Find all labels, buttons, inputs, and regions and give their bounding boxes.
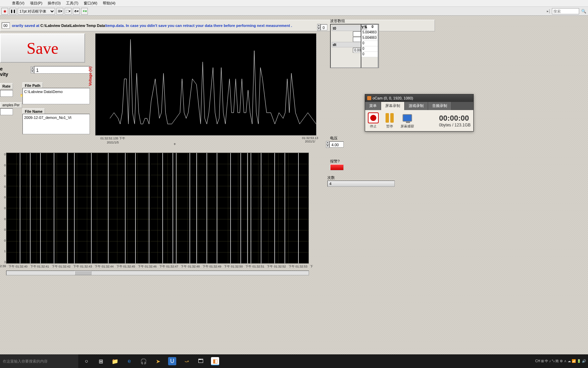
- file-path-input[interactable]: C:\Labview Data\Demo: [22, 88, 90, 104]
- edge-icon[interactable]: e: [122, 354, 136, 368]
- taskbar-search[interactable]: 在这里输入你要搜索的内容: [0, 354, 78, 368]
- voltage-label: 电压: [330, 136, 338, 141]
- chart1-xticks: 01:32:52.135 下午2021/1/5 01:32:53.132021/…: [100, 136, 318, 144]
- app-icon-5[interactable]: 🗔: [194, 354, 208, 368]
- sensitivity-label: e vity: [0, 66, 8, 77]
- scrollbar-thumb[interactable]: [75, 271, 92, 275]
- toolbar: ◉ ❚❚ 17pt 对话框字体 ⊞▾ ⬚▾ ⬘▾ ✶▾ ▸│ 🔍: [0, 7, 588, 16]
- wave-array-label: 波形数组: [330, 18, 345, 24]
- chart2-xticks: 2:39下午 01:32:40下午 01:32:41下午 01:32:42下午 …: [0, 264, 313, 269]
- app-icon-1[interactable]: 🎧: [137, 354, 150, 368]
- ocam-titlebar[interactable]: oCam (0, 0, 1920, 1080): [365, 94, 473, 102]
- ocam-stop-button[interactable]: 停止: [368, 112, 379, 129]
- ocam-taskbar-icon[interactable]: ◧: [211, 357, 219, 365]
- search-icon[interactable]: 🔍: [581, 8, 587, 14]
- ocam-tab-menu[interactable]: 菜单: [365, 102, 381, 110]
- screen-icon: [402, 112, 413, 123]
- stop-icon: [368, 112, 379, 123]
- search-input[interactable]: [552, 8, 579, 14]
- system-tray[interactable]: CH ⊞ 中 ♪ °₀ 简 ⚙ ∧ ☁ 📶 🔋 🔊: [535, 359, 588, 364]
- chart2-scrollbar[interactable]: [6, 271, 309, 275]
- app-icon-3[interactable]: U: [168, 357, 176, 365]
- time-chart[interactable]: [6, 153, 309, 264]
- y-spinner[interactable]: ⇅: [364, 25, 367, 29]
- ocam-tab-audio[interactable]: 音频录制: [428, 102, 452, 110]
- ocam-tab-screen[interactable]: 屏幕录制: [381, 102, 405, 110]
- voltage-chart[interactable]: [95, 33, 316, 136]
- ocam-capture-button[interactable]: 屏幕捕获: [401, 112, 414, 129]
- ocam-pause-button[interactable]: 暂停: [384, 112, 395, 129]
- count-label: 次数: [327, 175, 335, 180]
- rate-input[interactable]: [0, 90, 13, 97]
- crosshair-icon: +: [174, 142, 176, 147]
- menu-window[interactable]: 窗口(W): [82, 0, 99, 6]
- ocam-body: 停止 暂停 屏幕捕获 00:00:00 0bytes / 123.1GB: [365, 110, 473, 131]
- file-name-input[interactable]: 2009-12-07_demon_No1_Vt: [22, 114, 90, 134]
- explorer-icon[interactable]: 📁: [108, 354, 122, 368]
- ocam-tabs: 菜单 屏幕录制 游戏录制 音频录制: [365, 102, 473, 110]
- voltage-input[interactable]: ▲▼ 4.00: [326, 141, 344, 148]
- app-icon-2[interactable]: ➤: [151, 354, 165, 368]
- wave-array-index[interactable]: ▲▼ 0: [317, 24, 327, 31]
- vi-canvas: 00 orarily saved at C:\Labview Data\Labv…: [0, 16, 588, 354]
- record-icon[interactable]: ◉: [1, 8, 8, 15]
- menu-operate[interactable]: 操作(O): [46, 0, 62, 6]
- align-tool-4[interactable]: ✶▾: [81, 8, 88, 15]
- menu-view[interactable]: 查看(V): [10, 0, 26, 6]
- samples-input[interactable]: [0, 108, 13, 115]
- font-select[interactable]: 17pt 对话框字体: [18, 8, 55, 15]
- align-tool-3[interactable]: ⬘▾: [73, 8, 80, 15]
- count-value: 4: [327, 181, 395, 187]
- menu-help[interactable]: 帮助(H): [101, 0, 117, 6]
- app-icon-4[interactable]: ⤻: [180, 354, 193, 368]
- ocam-tab-game[interactable]: 游戏录制: [405, 102, 428, 110]
- save-button[interactable]: Save: [0, 33, 85, 63]
- chart2-yticks: 00000000013: [0, 153, 6, 264]
- sensitivity-input[interactable]: ▲▼ 1: [31, 66, 90, 74]
- wave-y-panel: Y⇅0 5.004883 5.004883 0 0 0: [361, 24, 378, 68]
- alarm-label: 报警?: [330, 159, 340, 164]
- ocam-window[interactable]: oCam (0, 0, 1920, 1080) 菜单 屏幕录制 游戏录制 音频录…: [365, 94, 474, 132]
- rate-label: Rate: [0, 83, 13, 89]
- menu-bar: 查看(V) 项目(P) 操作(O) 工具(T) 窗口(W) 帮助(H): [0, 0, 588, 7]
- menu-tools[interactable]: 工具(T): [64, 0, 80, 6]
- info-num: 00: [2, 22, 10, 29]
- menu-project[interactable]: 项目(P): [28, 0, 44, 6]
- taskbar: 在这里输入你要搜索的内容 ○ ⊞ 📁 e 🎧 ➤ U ⤻ 🗔 ◧ CH ⊞ 中 …: [0, 354, 588, 368]
- cortana-icon[interactable]: ○: [80, 354, 93, 368]
- ocam-icon: [367, 96, 371, 100]
- pause-icon: [384, 112, 395, 123]
- alarm-led: [330, 164, 344, 170]
- chart1-ylabel: Voltage (V): [88, 66, 92, 86]
- align-tool-2[interactable]: ⬚▾: [65, 8, 71, 15]
- samples-label: amples Per: [0, 102, 22, 108]
- pause-icon[interactable]: ❚❚: [10, 8, 16, 15]
- info-text: orarily saved at C:\Labview Data\Labview…: [12, 24, 292, 28]
- ocam-time: 00:00:00 0bytes / 123.1GB: [439, 114, 471, 127]
- align-tool-1[interactable]: ⊞▾: [56, 8, 63, 15]
- taskview-icon[interactable]: ⊞: [94, 354, 108, 368]
